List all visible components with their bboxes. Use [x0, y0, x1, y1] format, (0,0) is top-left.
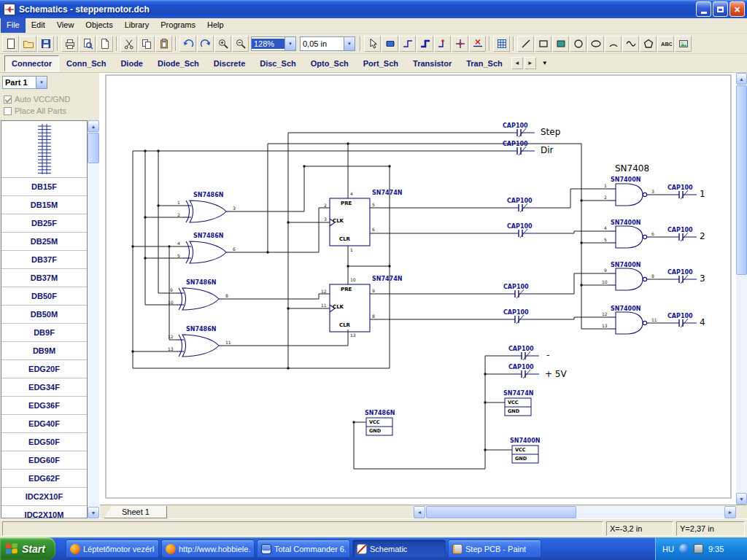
circle-tool-button[interactable]	[570, 36, 587, 52]
part-list-item[interactable]: EDG34F	[1, 378, 87, 397]
library-tab[interactable]: Tran_Sch	[459, 55, 510, 71]
select-tool-button[interactable]	[364, 36, 381, 52]
cut-button[interactable]	[120, 36, 137, 52]
component-tool-button[interactable]	[382, 36, 398, 52]
menu-item[interactable]: View	[51, 18, 80, 33]
delete-wire-tool-button[interactable]	[469, 36, 486, 52]
library-tab[interactable]: Diode	[113, 55, 150, 71]
open-button[interactable]	[20, 36, 36, 52]
chevron-down-icon[interactable]: ▼	[344, 37, 355, 50]
auto-vcc-gnd-checkbox[interactable]: Auto VCC/GND	[4, 95, 70, 104]
arc-tool-button[interactable]	[605, 36, 622, 52]
scroll-down-button[interactable]: ▼	[736, 493, 747, 505]
place-all-parts-checkbox[interactable]: Place All Parts	[4, 106, 66, 115]
canvas-vertical-scrollbar[interactable]: ▲ ▼	[736, 73, 747, 505]
wire-tool-button[interactable]	[399, 36, 416, 52]
scroll-down-button[interactable]: ▼	[88, 507, 99, 518]
part-select[interactable]: Part 1 ▼	[2, 76, 47, 89]
undo-button[interactable]	[179, 36, 196, 52]
menu-item[interactable]: Help	[201, 18, 230, 33]
menu-item[interactable]: Programs	[155, 18, 201, 33]
part-list-item[interactable]: EDG40F	[1, 415, 87, 433]
library-tab[interactable]: Disc_Sch	[252, 55, 303, 71]
tab-overflow-button[interactable]: ▼	[542, 60, 548, 66]
wave-tool-button[interactable]	[622, 36, 639, 52]
print-preview-button[interactable]	[79, 36, 96, 52]
library-tab[interactable]: Transistor	[406, 55, 459, 71]
tab-scroll-right-button[interactable]: ►	[525, 57, 536, 69]
scroll-up-button[interactable]: ▲	[736, 73, 747, 85]
bus-tool-button[interactable]	[417, 36, 433, 52]
library-tab[interactable]: Diode_Sch	[150, 55, 206, 71]
part-list-item[interactable]: DB25M	[1, 233, 87, 251]
menu-item[interactable]: File	[1, 18, 26, 33]
part-list-item[interactable]: EDG60F	[1, 451, 87, 470]
junction-tool-button[interactable]	[452, 36, 468, 52]
close-button[interactable]: ×	[729, 1, 745, 17]
scrollbar-thumb[interactable]	[736, 85, 747, 275]
taskbar-task[interactable]: http://www.hobbiele...	[161, 540, 255, 558]
language-indicator[interactable]: HU	[662, 545, 674, 553]
filled-rectangle-tool-button[interactable]	[552, 36, 569, 52]
print-button[interactable]	[61, 36, 78, 52]
new-document-button[interactable]	[2, 36, 19, 52]
schematic-canvas[interactable]: CAP100CAP100StepDirSN7486NSN7486NSN7486N…	[100, 73, 736, 505]
tab-scroll-left-button[interactable]: ◄	[511, 57, 523, 69]
taskbar-task[interactable]: Step PCB - Paint	[448, 540, 541, 558]
table-tool-button[interactable]	[493, 36, 510, 52]
part-list-item[interactable]: DB9M	[1, 342, 87, 360]
chevron-down-icon[interactable]: ▼	[285, 37, 295, 50]
part-list-item[interactable]: DB15F	[1, 178, 87, 196]
minimize-button[interactable]	[696, 1, 711, 17]
sheet-tab[interactable]: Sheet 1	[104, 506, 167, 518]
part-list-item[interactable]: DB15M	[1, 196, 87, 214]
part-list-item[interactable]: IDC2X10F	[1, 488, 87, 506]
library-tab[interactable]: Port_Sch	[356, 55, 406, 71]
library-tab[interactable]: Discrete	[206, 55, 252, 71]
part-list-item[interactable]: EDG62F	[1, 470, 87, 488]
ellipse-tool-button[interactable]	[587, 36, 604, 52]
part-list-item[interactable]: DB25F	[1, 214, 87, 233]
scroll-right-button[interactable]: ►	[724, 506, 736, 518]
grid-select[interactable]: 0,05 in▼	[300, 36, 355, 51]
library-tab[interactable]: Opto_Sch	[303, 55, 356, 71]
part-list-item[interactable]: EDG20F	[1, 360, 87, 378]
part-list-scrollbar[interactable]: ▲ ▼	[88, 120, 99, 518]
rectangle-tool-button[interactable]	[535, 36, 551, 52]
text-tool-button[interactable]: ABC	[657, 36, 674, 52]
menu-item[interactable]: Objects	[80, 18, 118, 33]
start-button[interactable]: Start	[0, 537, 55, 560]
line-tool-button[interactable]	[517, 36, 534, 52]
library-tab[interactable]: Connector	[4, 55, 59, 71]
net-label-tool-button[interactable]	[434, 36, 451, 52]
part-list-item[interactable]: DB50M	[1, 306, 87, 324]
part-list-item[interactable]: DB50F	[1, 287, 87, 306]
save-button[interactable]	[37, 36, 54, 52]
part-list-item[interactable]: DB9F	[1, 324, 87, 342]
maximize-button[interactable]	[713, 1, 728, 17]
image-tool-button[interactable]	[675, 36, 692, 52]
paste-button[interactable]	[155, 36, 172, 52]
page-setup-button[interactable]	[96, 36, 113, 52]
scrollbar-thumb[interactable]	[426, 506, 576, 518]
taskbar-task[interactable]: Léptetőmotor vezérlé...	[66, 540, 159, 558]
chevron-down-icon[interactable]: ▼	[36, 77, 47, 88]
redo-button[interactable]	[197, 36, 214, 52]
canvas-horizontal-scrollbar[interactable]: ◄ ►	[414, 506, 736, 518]
zoom-select[interactable]: 128%▼	[251, 36, 296, 51]
taskbar-task[interactable]: Total Commander 6.5...	[257, 540, 350, 558]
part-list-item[interactable]: IDC2X10M	[1, 506, 87, 518]
scroll-up-button[interactable]: ▲	[88, 120, 99, 132]
library-tab[interactable]: Conn_Sch	[59, 55, 113, 71]
part-list-item[interactable]: DB37F	[1, 251, 87, 269]
part-list-item[interactable]: DB37M	[1, 269, 87, 287]
polygon-tool-button[interactable]	[640, 36, 657, 52]
tray-icon[interactable]	[694, 544, 703, 553]
taskbar-task[interactable]: Schematic	[352, 540, 446, 558]
tray-icon[interactable]	[679, 544, 689, 553]
menu-item[interactable]: Library	[119, 18, 155, 33]
part-list-item[interactable]: EDG50F	[1, 433, 87, 451]
scrollbar-thumb[interactable]	[88, 133, 99, 163]
zoom-in-button[interactable]	[214, 36, 231, 52]
zoom-out-button[interactable]	[232, 36, 249, 52]
